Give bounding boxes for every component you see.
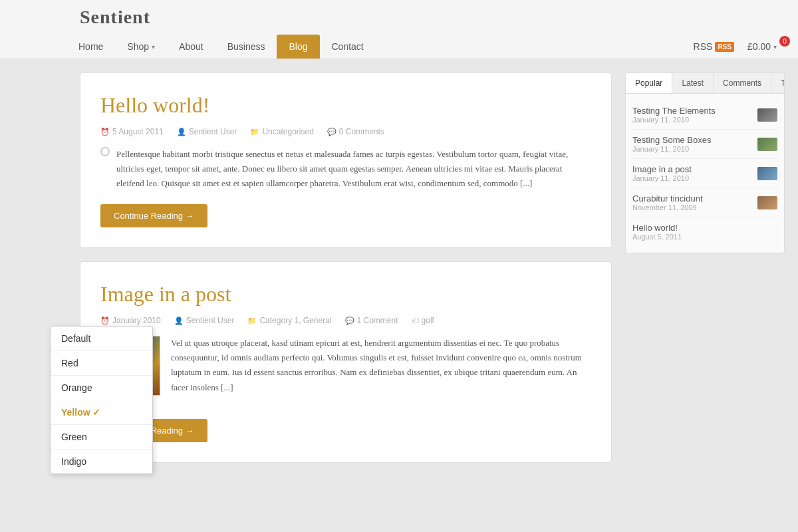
- tag-icon: 🏷: [412, 317, 419, 325]
- site-title: Sentient: [0, 7, 798, 35]
- content-area: Hello world! ⏰ 5 August 2011 👤 Sentient …: [80, 72, 612, 463]
- cart-label: £0.00: [747, 41, 771, 52]
- post-excerpt-2: Vel ut quas utroque placerat, kasd utina…: [171, 336, 591, 394]
- nav-item-home[interactable]: Home: [66, 35, 115, 59]
- nav-right: RSS RSS £0.00 ▾ 0: [694, 41, 798, 52]
- nav-left: Home Shop ▾ About Business Blog Contact: [66, 35, 376, 59]
- nav-item-shop[interactable]: Shop ▾: [115, 35, 167, 59]
- nav-item-business[interactable]: Business: [215, 35, 277, 59]
- shop-label: Shop: [127, 41, 149, 52]
- post-excerpt-1: Pellentesque habitant morbi tristique se…: [116, 147, 591, 191]
- post-meta-2: ⏰ January 2010 👤 Sentient User 📁 Categor…: [100, 316, 591, 325]
- post-category-2: 📁 Category 1, General: [247, 316, 331, 325]
- comment-icon: 💬: [327, 128, 336, 136]
- widget-thumb: [757, 108, 777, 122]
- post-comments-1: 💬 0 Comments: [327, 127, 384, 136]
- rss-link[interactable]: RSS RSS: [694, 41, 734, 52]
- post-title-1[interactable]: Hello world!: [100, 93, 591, 118]
- user-icon-2: 👤: [174, 317, 184, 325]
- post-date-1: ⏰ 5 August 2011: [100, 127, 164, 136]
- cart-area[interactable]: £0.00 ▾ 0: [747, 41, 785, 52]
- site-header: Sentient Home Shop ▾ About Business Blog…: [0, 0, 798, 59]
- rss-label: RSS: [694, 41, 713, 52]
- post-author-2: 👤 Sentient User: [174, 316, 235, 325]
- folder-icon-2: 📁: [247, 317, 257, 325]
- post-comments-2: 💬 1 Comment: [345, 316, 398, 325]
- tab-popular[interactable]: Popular: [626, 73, 672, 93]
- widget-item[interactable]: Testing Some Boxes January 11, 2010: [632, 130, 777, 159]
- folder-icon: 📁: [250, 128, 259, 136]
- shop-chevron-icon: ▾: [152, 43, 155, 51]
- post-radio-1: [100, 147, 110, 156]
- comment-icon-2: 💬: [345, 317, 354, 325]
- color-option-indigo[interactable]: Indigo: [51, 450, 152, 473]
- widget-tabs: Popular Latest Comments Tags: [626, 73, 784, 94]
- sidebar: Popular Latest Comments Tags Testing The…: [625, 72, 785, 463]
- nav-item-blog[interactable]: Blog: [277, 35, 319, 59]
- cart-badge: 0: [779, 36, 790, 47]
- rss-icon: RSS: [715, 42, 734, 52]
- tab-comments[interactable]: Comments: [714, 73, 771, 93]
- clock-icon: ⏰: [100, 128, 110, 136]
- cart-chevron-icon: ▾: [773, 43, 777, 51]
- post-meta-1: ⏰ 5 August 2011 👤 Sentient User 📁 Uncate…: [100, 127, 591, 136]
- color-option-orange[interactable]: Orange: [51, 376, 152, 400]
- color-option-yellow[interactable]: Yellow: [51, 400, 152, 425]
- tab-tags[interactable]: Tags: [771, 73, 785, 93]
- sidebar-widget: Popular Latest Comments Tags Testing The…: [625, 72, 785, 253]
- clock-icon-2: ⏰: [100, 317, 110, 325]
- tab-latest[interactable]: Latest: [672, 73, 714, 93]
- color-option-green[interactable]: Green: [51, 425, 152, 450]
- color-option-red[interactable]: Red: [51, 351, 152, 376]
- post-tag-2: 🏷 golf: [412, 316, 434, 325]
- post-body-2: Vel ut quas utroque placerat, kasd utina…: [100, 336, 591, 408]
- widget-item[interactable]: Testing The Elements January 11, 2010: [632, 100, 777, 130]
- nav-item-about[interactable]: About: [167, 35, 215, 59]
- post-date-2: ⏰ January 2010: [100, 316, 161, 325]
- widget-list: Testing The Elements January 11, 2010 Te…: [626, 94, 784, 253]
- widget-thumb: [757, 167, 777, 180]
- widget-thumb: [757, 196, 777, 209]
- continue-reading-btn-1[interactable]: Continue Reading →: [100, 204, 207, 227]
- post-category-1: 📁 Uncategorised: [250, 127, 313, 136]
- post-title-2[interactable]: Image in a post: [100, 282, 591, 307]
- post-card-1: Hello world! ⏰ 5 August 2011 👤 Sentient …: [80, 72, 612, 248]
- post-card-2: Image in a post ⏰ January 2010 👤 Sentien…: [80, 261, 612, 462]
- post-author-1: 👤 Sentient User: [177, 127, 237, 136]
- widget-item[interactable]: Curabitur tincidunt November 11, 2009: [632, 188, 777, 217]
- widget-thumb: [757, 138, 777, 151]
- color-dropdown: DefaultRedOrangeYellowGreenIndigo: [50, 326, 153, 474]
- main-nav: Home Shop ▾ About Business Blog Contact …: [0, 35, 798, 59]
- nav-item-contact[interactable]: Contact: [320, 35, 376, 59]
- widget-item[interactable]: Image in a post January 11, 2010: [632, 159, 777, 188]
- color-option-default[interactable]: Default: [51, 327, 152, 351]
- user-icon: 👤: [177, 128, 186, 136]
- widget-item[interactable]: Hello world! August 5, 2011: [632, 217, 777, 246]
